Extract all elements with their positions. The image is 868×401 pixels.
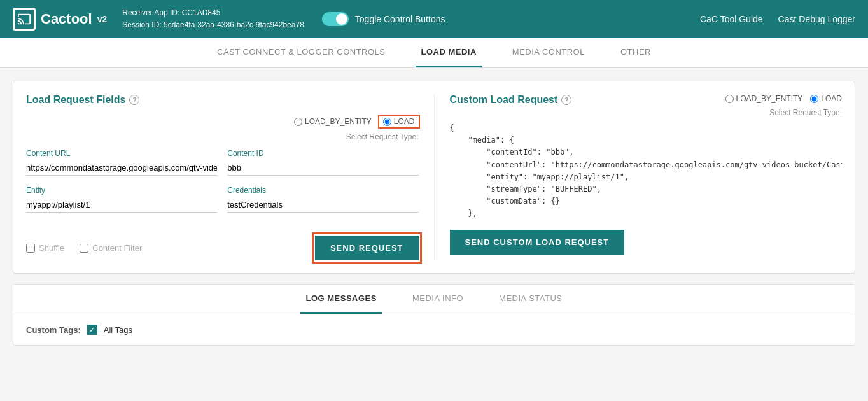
content-filter-label: Content Filter (92, 243, 142, 253)
toggle-control-buttons[interactable] (322, 12, 349, 26)
content-id-input[interactable] (227, 160, 418, 176)
all-tags-label: All Tags (104, 325, 132, 335)
custom-radio-load-label[interactable]: LOAD (810, 94, 842, 103)
credentials-label: Credentials (227, 186, 418, 195)
bottom-tabs: LOG MESSAGES MEDIA INFO MEDIA STATUS (13, 285, 855, 314)
shuffle-checkbox[interactable] (26, 244, 35, 253)
custom-load-request-title: Custom Load Request ? (450, 94, 572, 106)
receiver-app-id-label: Receiver App ID: (122, 8, 179, 17)
receiver-app-id-value: CC1AD845 (182, 8, 221, 17)
load-media-panels: Load Request Fields ? LOAD_BY_ENTITY (26, 94, 842, 260)
toggle-label: Toggle Control Buttons (355, 14, 445, 24)
session-id-value: 5cdae4fa-32aa-4386-ba2c-9fac942bea78 (164, 20, 304, 29)
load-request-help-icon[interactable]: ? (129, 95, 139, 105)
load-request-panel: Load Request Fields ? LOAD_BY_ENTITY (26, 94, 435, 260)
content-url-label: Content URL (26, 149, 217, 158)
load-request-title: Load Request Fields ? (26, 94, 419, 106)
radio-load-by-entity[interactable] (294, 118, 302, 126)
session-id-label: Session ID: (122, 20, 161, 29)
toggle-section: Toggle Control Buttons (322, 12, 445, 26)
radio-load[interactable] (383, 118, 391, 126)
main-content: Load Request Fields ? LOAD_BY_ENTITY (0, 68, 868, 363)
cast-debug-logger-link[interactable]: Cast Debug Logger (778, 14, 855, 24)
cast-logo-icon (13, 8, 36, 31)
send-request-button[interactable]: SEND REQUEST (315, 236, 419, 260)
bottom-content: Custom Tags: All Tags (13, 314, 855, 345)
credentials-group: Credentials (227, 186, 418, 213)
content-id-group: Content ID (227, 149, 418, 176)
logo-version: v2 (97, 14, 108, 24)
header-nav-right: CaC Tool Guide Cast Debug Logger (700, 14, 855, 24)
shuffle-label: Shuffle (39, 243, 64, 253)
header-ids: Receiver App ID: CC1AD845 Session ID: 5c… (122, 7, 304, 31)
tab-other[interactable]: OTHER (615, 38, 656, 67)
cac-tool-guide-link[interactable]: CaC Tool Guide (700, 14, 763, 24)
checkboxes-row: Shuffle Content Filter (26, 243, 142, 253)
radio-load-label[interactable]: LOAD (379, 116, 419, 127)
custom-tags-label: Custom Tags: (26, 325, 81, 335)
load-media-card: Load Request Fields ? LOAD_BY_ENTITY (13, 81, 855, 274)
content-url-group: Content URL (26, 149, 217, 176)
all-tags-checkbox[interactable] (87, 325, 97, 335)
content-filter-checkbox[interactable] (80, 244, 88, 253)
content-url-input[interactable] (26, 160, 217, 176)
main-nav: CAST CONNECT & LOGGER CONTROLS LOAD MEDI… (0, 38, 868, 68)
tab-log-messages[interactable]: LOG MESSAGES (300, 285, 381, 314)
custom-radio-load-by-entity-label[interactable]: LOAD_BY_ENTITY (725, 94, 803, 103)
app-logo: Cactool v2 (13, 8, 107, 31)
content-filter-checkbox-label[interactable]: Content Filter (80, 243, 142, 253)
content-id-label: Content ID (227, 149, 418, 158)
json-editor[interactable]: { "media": { "contentId": "bbb", "conten… (450, 122, 843, 220)
custom-load-request-panel: Custom Load Request ? LOAD_BY_ENTITY LOA… (450, 94, 843, 260)
tab-media-control[interactable]: MEDIA CONTROL (507, 38, 590, 67)
custom-radio-load[interactable] (810, 95, 818, 103)
credentials-input[interactable] (227, 197, 418, 213)
entity-label: Entity (26, 186, 217, 195)
shuffle-checkbox-label[interactable]: Shuffle (26, 243, 64, 253)
tab-cast-connect[interactable]: CAST CONNECT & LOGGER CONTROLS (212, 38, 390, 67)
radio-load-by-entity-label[interactable]: LOAD_BY_ENTITY (294, 117, 372, 126)
send-custom-load-request-button[interactable]: SEND CUSTOM LOAD REQUEST (450, 230, 625, 255)
tab-media-info[interactable]: MEDIA INFO (407, 285, 468, 314)
tab-media-status[interactable]: MEDIA STATUS (494, 285, 567, 314)
custom-select-request-type-label: Select Request Type: (769, 108, 842, 117)
app-header: Cactool v2 Receiver App ID: CC1AD845 Ses… (0, 0, 868, 38)
custom-load-request-help-icon[interactable]: ? (561, 95, 571, 105)
select-request-type-label: Select Request Type: (346, 132, 419, 141)
custom-radio-load-by-entity[interactable] (725, 95, 734, 103)
custom-load-radio-group: LOAD_BY_ENTITY LOAD (725, 94, 842, 103)
tab-load-media[interactable]: LOAD MEDIA (416, 38, 481, 67)
load-request-form: Content URL Content ID Entity Credential… (26, 149, 419, 213)
entity-input[interactable] (26, 197, 217, 213)
logo-text: Cactool (41, 11, 92, 27)
bottom-card: LOG MESSAGES MEDIA INFO MEDIA STATUS Cus… (13, 284, 855, 346)
load-request-radio-group: LOAD_BY_ENTITY LOAD (294, 116, 418, 127)
entity-group: Entity (26, 186, 217, 213)
